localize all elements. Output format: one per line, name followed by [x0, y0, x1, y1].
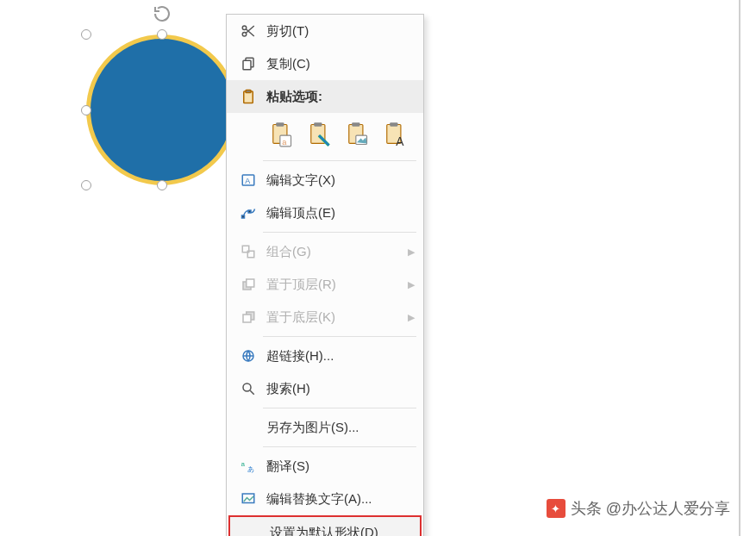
bring-front-icon — [235, 277, 261, 292]
clipboard-icon — [235, 88, 261, 105]
copy-icon — [235, 56, 261, 72]
edit-points-icon — [235, 205, 261, 221]
svg-text:A: A — [396, 134, 404, 147]
resize-handle-bm[interactable] — [157, 180, 167, 190]
svg-text:a: a — [282, 138, 287, 146]
svg-rect-11 — [314, 122, 322, 127]
highlighted-menu-item: 设置为默认形状(D) — [228, 515, 422, 536]
menu-paste-header-label: 粘贴选项: — [261, 89, 423, 105]
menu-hyperlink-label: 超链接(H)... — [261, 348, 423, 365]
search-icon — [235, 381, 261, 396]
paste-keep-source[interactable]: a — [266, 120, 296, 149]
menu-cut[interactable]: 剪切(T) — [227, 15, 423, 47]
svg-point-29 — [243, 383, 251, 391]
translate-icon: aあ — [235, 458, 261, 474]
menu-group-label: 组合(G) — [261, 244, 408, 260]
menu-set-default-shape-label: 设置为默认形状(D) — [265, 525, 420, 537]
resize-handle-tm[interactable] — [157, 29, 167, 40]
selected-shape[interactable] — [86, 34, 237, 185]
paste-merge[interactable] — [304, 120, 334, 149]
menu-edit-text[interactable]: A 编辑文字(X) — [227, 164, 423, 196]
menu-save-as-picture-label: 另存为图片(S)... — [261, 420, 423, 436]
menu-edit-points[interactable]: 编辑顶点(E) — [227, 196, 423, 229]
edit-text-icon: A — [235, 172, 261, 188]
svg-rect-16 — [390, 122, 397, 127]
chevron-right-icon: ▶ — [408, 312, 423, 323]
page-edge — [739, 0, 740, 536]
menu-copy[interactable]: 复制(C) — [227, 47, 423, 80]
svg-rect-27 — [243, 315, 251, 322]
svg-rect-20 — [242, 215, 245, 218]
svg-rect-7 — [276, 122, 284, 127]
svg-rect-21 — [248, 210, 251, 213]
menu-cut-label: 剪切(T) — [261, 23, 423, 40]
svg-rect-3 — [243, 60, 251, 70]
group-icon — [235, 244, 261, 259]
menu-separator — [263, 160, 416, 161]
menu-translate[interactable]: aあ 翻译(S) — [227, 450, 423, 483]
svg-point-1 — [242, 33, 247, 37]
svg-text:a: a — [241, 460, 246, 468]
svg-rect-13 — [352, 122, 359, 127]
chevron-right-icon: ▶ — [408, 279, 423, 290]
context-menu: 剪切(T) 复制(C) 粘贴选项: a A — [226, 14, 424, 536]
menu-search[interactable]: 搜索(H) — [227, 372, 423, 405]
menu-copy-label: 复制(C) — [261, 56, 423, 72]
resize-handle-tl[interactable] — [81, 29, 91, 40]
paste-picture[interactable] — [342, 120, 372, 149]
menu-separator — [263, 336, 416, 337]
menu-separator — [263, 446, 416, 447]
menu-edit-points-label: 编辑顶点(E) — [261, 205, 423, 221]
menu-send-back-label: 置于底层(K) — [261, 309, 408, 326]
menu-edit-text-label: 编辑文字(X) — [261, 172, 423, 189]
scissors-icon — [235, 23, 261, 39]
menu-bring-front: 置于顶层(R) ▶ — [227, 268, 423, 301]
menu-send-back: 置于底层(K) ▶ — [227, 301, 423, 333]
alt-text-icon — [235, 491, 261, 507]
watermark-icon: ✦ — [547, 499, 565, 518]
watermark: ✦ 头条 @办公达人爱分享 — [547, 498, 730, 519]
menu-hyperlink[interactable]: 超链接(H)... — [227, 340, 423, 372]
chevron-right-icon: ▶ — [408, 246, 423, 258]
menu-paste-header: 粘贴选项: — [227, 80, 423, 113]
rotate-handle-icon[interactable] — [152, 3, 172, 24]
paste-text-only[interactable]: A — [380, 120, 409, 149]
menu-alt-text-label: 编辑替换文字(A)... — [261, 491, 423, 508]
resize-handle-ml[interactable] — [81, 105, 91, 115]
menu-alt-text[interactable]: 编辑替换文字(A)... — [227, 483, 423, 515]
watermark-text: 头条 @办公达人爱分享 — [571, 498, 730, 519]
menu-translate-label: 翻译(S) — [261, 458, 423, 475]
paste-options-row: a A — [227, 113, 423, 158]
svg-point-0 — [242, 26, 247, 30]
menu-separator — [263, 408, 416, 408]
menu-group: 组合(G) ▶ — [227, 235, 423, 268]
menu-bring-front-label: 置于顶层(R) — [261, 277, 408, 293]
canvas: 剪切(T) 复制(C) 粘贴选项: a A — [0, 0, 756, 536]
svg-rect-25 — [247, 279, 254, 287]
svg-text:あ: あ — [247, 465, 254, 473]
svg-rect-5 — [246, 90, 251, 93]
svg-text:A: A — [245, 177, 250, 185]
menu-separator — [263, 232, 416, 233]
menu-set-default-shape[interactable]: 设置为默认形状(D) — [230, 517, 420, 536]
hyperlink-icon — [235, 348, 261, 364]
send-back-icon — [235, 309, 261, 325]
menu-save-as-picture[interactable]: 另存为图片(S)... — [227, 411, 423, 444]
resize-handle-bl[interactable] — [81, 180, 91, 190]
menu-search-label: 搜索(H) — [261, 381, 423, 397]
circle-shape[interactable] — [86, 34, 237, 185]
